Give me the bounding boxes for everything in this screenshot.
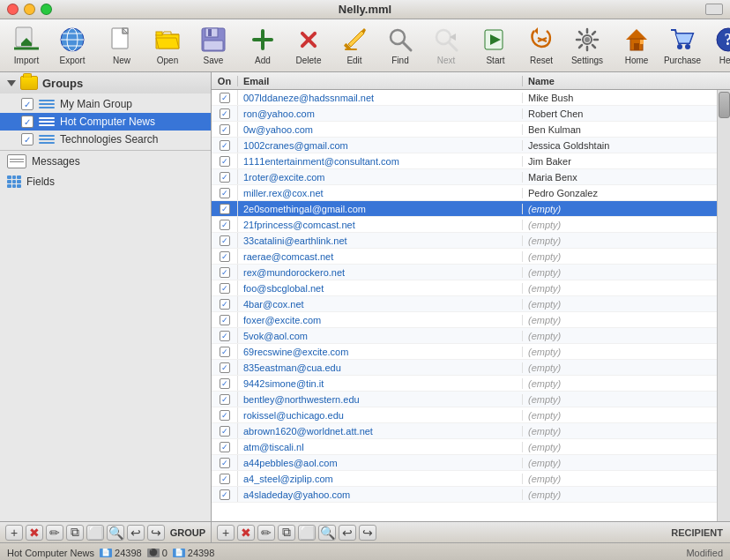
cell-on[interactable] bbox=[212, 487, 238, 502]
table-row[interactable]: 1002cranes@gmail.comJessica Goldshtain bbox=[212, 138, 717, 153]
sidebar-item-hot-computer-news[interactable]: Hot Computer News bbox=[0, 113, 211, 131]
cell-on[interactable] bbox=[212, 169, 238, 184]
cell-on[interactable] bbox=[212, 280, 238, 295]
cell-on[interactable] bbox=[212, 153, 238, 168]
table-row[interactable]: foxer@excite.com(empty) bbox=[212, 312, 717, 328]
row-checkbox[interactable] bbox=[220, 299, 230, 310]
row-checkbox[interactable] bbox=[220, 267, 230, 278]
cell-on[interactable] bbox=[212, 122, 238, 137]
groups-header[interactable]: Groups bbox=[0, 72, 211, 93]
table-row[interactable]: rokissel@uchicago.edu(empty) bbox=[212, 407, 717, 423]
row-checkbox[interactable] bbox=[220, 442, 230, 452]
cell-on[interactable] bbox=[212, 312, 238, 327]
table-row[interactable]: raerae@comcast.net(empty) bbox=[212, 249, 717, 265]
save-button[interactable]: Save bbox=[190, 23, 236, 68]
next-button[interactable]: Next bbox=[423, 23, 469, 68]
row-checkbox[interactable] bbox=[220, 172, 230, 183]
add-button[interactable]: Add bbox=[240, 23, 286, 68]
cell-on[interactable] bbox=[212, 455, 238, 470]
table-row[interactable]: a4sladeday@yahoo.com(empty) bbox=[212, 487, 717, 503]
cell-on[interactable] bbox=[212, 233, 238, 248]
start-button[interactable]: Start bbox=[473, 23, 518, 68]
purchase-button[interactable]: Purchase bbox=[659, 23, 705, 68]
table-row[interactable]: a4_steel@ziplip.com(empty) bbox=[212, 471, 717, 487]
recipient-edit-button[interactable]: ✏ bbox=[257, 525, 275, 541]
maximize-button[interactable] bbox=[41, 4, 52, 15]
cell-on[interactable] bbox=[212, 90, 238, 105]
cell-on[interactable] bbox=[212, 138, 238, 153]
table-row[interactable]: 1111entertainment@consultant.comJim Bake… bbox=[212, 153, 717, 169]
table-row[interactable]: 33catalini@earthlink.net(empty) bbox=[212, 233, 717, 249]
settings-button[interactable]: Settings bbox=[564, 23, 610, 68]
row-checkbox[interactable] bbox=[220, 140, 230, 151]
row-checkbox[interactable] bbox=[220, 362, 230, 373]
row-checkbox[interactable] bbox=[220, 458, 230, 468]
home-button[interactable]: Home bbox=[614, 23, 659, 68]
edit-button[interactable]: Edit bbox=[331, 23, 377, 68]
group-undo-button[interactable]: ↩ bbox=[127, 525, 145, 541]
row-checkbox[interactable] bbox=[220, 93, 230, 103]
row-checkbox[interactable] bbox=[220, 347, 230, 357]
table-row[interactable]: rex@mundorockero.net(empty) bbox=[212, 265, 717, 280]
cell-on[interactable] bbox=[212, 344, 238, 359]
scrollbar-track[interactable] bbox=[717, 90, 730, 521]
row-checkbox[interactable] bbox=[220, 283, 230, 294]
group-redo-button[interactable]: ↪ bbox=[147, 525, 165, 541]
recipient-paste-button[interactable]: ⬜ bbox=[298, 525, 316, 541]
cell-on[interactable] bbox=[212, 376, 238, 391]
cell-on[interactable] bbox=[212, 265, 238, 280]
row-checkbox[interactable] bbox=[220, 426, 230, 437]
group-add-button[interactable]: + bbox=[5, 525, 23, 541]
table-row[interactable]: 69recswine@excite.com(empty) bbox=[212, 344, 717, 360]
reset-button[interactable]: Reset bbox=[518, 23, 564, 68]
group-delete-button[interactable]: ✖ bbox=[26, 525, 43, 541]
recipient-delete-button[interactable]: ✖ bbox=[237, 525, 255, 541]
table-row[interactable]: 1roter@excite.comMaria Benx bbox=[212, 169, 717, 185]
table-row[interactable]: 2e0somethingal@gmail.com(empty) bbox=[212, 201, 717, 217]
cell-on[interactable] bbox=[212, 471, 238, 486]
cell-on[interactable] bbox=[212, 106, 238, 121]
row-checkbox[interactable] bbox=[220, 489, 230, 500]
row-checkbox[interactable] bbox=[220, 156, 230, 167]
table-row[interactable]: miller.rex@cox.netPedro Gonzalez bbox=[212, 185, 717, 201]
row-checkbox[interactable] bbox=[220, 251, 230, 262]
row-checkbox[interactable] bbox=[220, 204, 230, 214]
scrollbar-thumb[interactable] bbox=[719, 92, 730, 118]
export-button[interactable]: Export bbox=[49, 23, 95, 68]
recipient-add-button[interactable]: + bbox=[217, 525, 235, 541]
minimize-button[interactable] bbox=[24, 4, 35, 15]
row-checkbox[interactable] bbox=[220, 124, 230, 135]
table-row[interactable]: 4bar@cox.net(empty) bbox=[212, 296, 717, 312]
sidebar-item-technologies-search[interactable]: Technologies Search bbox=[0, 131, 211, 148]
group-edit-button[interactable]: ✏ bbox=[46, 525, 63, 541]
row-checkbox[interactable] bbox=[220, 474, 230, 484]
table-row[interactable]: bentley@northwestern.edu(empty) bbox=[212, 392, 717, 407]
row-checkbox[interactable] bbox=[220, 188, 230, 198]
table-row[interactable]: 5vok@aol.com(empty) bbox=[212, 328, 717, 344]
table-row[interactable]: abrown1620@worldnet.att.net(empty) bbox=[212, 423, 717, 439]
cell-on[interactable] bbox=[212, 296, 238, 311]
table-row[interactable]: ron@yahoo.comRobert Chen bbox=[212, 106, 717, 122]
table-row[interactable]: 21fprincess@comcast.net(empty) bbox=[212, 217, 717, 233]
cell-on[interactable] bbox=[212, 439, 238, 454]
close-button[interactable] bbox=[7, 4, 19, 15]
delete-button[interactable]: Delete bbox=[286, 23, 331, 68]
cell-on[interactable] bbox=[212, 407, 238, 422]
cell-on[interactable] bbox=[212, 185, 238, 200]
my-main-group-checkbox[interactable] bbox=[21, 98, 34, 110]
help-button[interactable]: ? Help bbox=[705, 23, 730, 68]
row-checkbox[interactable] bbox=[220, 108, 230, 119]
cell-on[interactable] bbox=[212, 360, 238, 375]
table-row[interactable]: 9442simone@tin.it(empty) bbox=[212, 376, 717, 392]
row-checkbox[interactable] bbox=[220, 394, 230, 405]
technologies-search-checkbox[interactable] bbox=[21, 133, 34, 146]
cell-on[interactable] bbox=[212, 249, 238, 264]
recipient-copy-button[interactable]: ⧉ bbox=[278, 525, 295, 541]
sidebar-item-messages[interactable]: Messages bbox=[0, 151, 211, 172]
row-checkbox[interactable] bbox=[220, 410, 230, 421]
import-button[interactable]: Import bbox=[4, 23, 49, 68]
cell-on[interactable] bbox=[212, 423, 238, 438]
group-paste-button[interactable]: ⬜ bbox=[86, 525, 104, 541]
table-row[interactable]: 007lddaneze@hadssnmail.netMike Bush bbox=[212, 90, 717, 106]
cell-on[interactable] bbox=[212, 328, 238, 343]
